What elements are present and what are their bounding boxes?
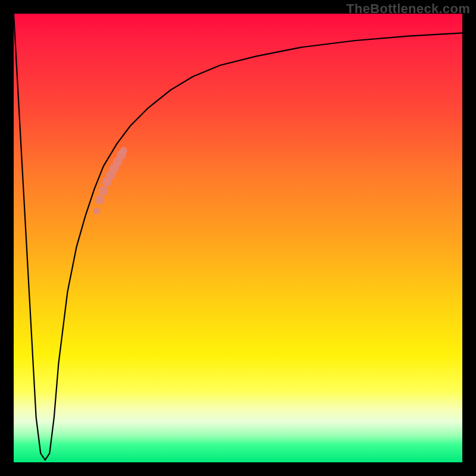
marker-point <box>93 208 100 215</box>
chart-svg <box>14 14 462 462</box>
bottleneck-curve <box>14 14 462 460</box>
plot-area <box>14 14 462 462</box>
chart-frame: TheBottleneck.com <box>0 0 476 476</box>
marker-point <box>120 147 127 154</box>
watermark-text: TheBottleneck.com <box>346 1 470 17</box>
marker-point <box>95 195 105 205</box>
marker-point <box>99 186 108 196</box>
